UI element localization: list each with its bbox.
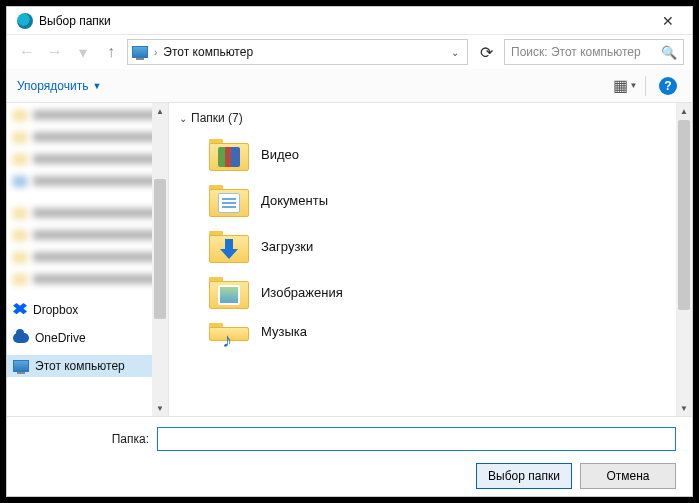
footer-buttons: Выбор папки Отмена bbox=[19, 463, 680, 489]
sidebar-item-this-pc[interactable]: Этот компьютер bbox=[7, 355, 168, 377]
sidebar: Dropbox OneDrive Этот компьютер ▲ ▼ bbox=[7, 103, 169, 416]
refresh-button[interactable]: ⟳ bbox=[472, 39, 500, 65]
folder-video-icon bbox=[209, 137, 249, 171]
refresh-icon: ⟳ bbox=[480, 43, 493, 62]
dialog-window: Выбор папки ✕ ← → ▾ ↑ › Этот компьютер ⌄… bbox=[6, 6, 693, 497]
app-icon bbox=[17, 13, 33, 29]
chevron-down-icon: ▼ bbox=[92, 81, 101, 91]
view-grid-icon: ▦ bbox=[613, 76, 628, 95]
address-text: Этот компьютер bbox=[163, 45, 441, 59]
sidebar-item-dropbox[interactable]: Dropbox bbox=[7, 299, 168, 321]
folder-label: Загрузки bbox=[261, 239, 313, 254]
sidebar-item-label: Этот компьютер bbox=[35, 359, 125, 373]
file-list: ⌄ Папки (7) Видео Документы Загрузки bbox=[169, 103, 692, 416]
arrow-right-icon: → bbox=[47, 43, 63, 61]
folder-item-documents[interactable]: Документы bbox=[179, 177, 686, 223]
sidebar-item-label: Dropbox bbox=[33, 303, 78, 317]
breadcrumb-sep: › bbox=[154, 47, 157, 58]
scroll-up-icon[interactable]: ▲ bbox=[676, 103, 692, 119]
up-button[interactable]: ↑ bbox=[99, 40, 123, 64]
address-dropdown-icon[interactable]: ⌄ bbox=[447, 47, 463, 58]
chevron-down-icon: ▼ bbox=[630, 81, 638, 90]
search-input[interactable] bbox=[511, 45, 655, 59]
back-button[interactable]: ← bbox=[15, 40, 39, 64]
organize-label: Упорядочить bbox=[17, 79, 88, 93]
folder-label: Документы bbox=[261, 193, 328, 208]
sidebar-item-onedrive[interactable]: OneDrive bbox=[7, 327, 168, 349]
onedrive-icon bbox=[13, 333, 29, 343]
titlebar: Выбор папки ✕ bbox=[7, 7, 692, 35]
sidebar-scrollbar[interactable]: ▲ ▼ bbox=[152, 103, 168, 416]
scroll-down-icon[interactable]: ▼ bbox=[676, 400, 692, 416]
address-bar[interactable]: › Этот компьютер ⌄ bbox=[127, 39, 468, 65]
folder-downloads-icon bbox=[209, 229, 249, 263]
folder-documents-icon bbox=[209, 183, 249, 217]
search-box[interactable]: 🔍 bbox=[504, 39, 684, 65]
folder-label: Музыка bbox=[261, 324, 307, 339]
recent-dropdown[interactable]: ▾ bbox=[71, 40, 95, 64]
pc-icon bbox=[13, 360, 29, 372]
toolbar: Упорядочить ▼ ▦ ▼ ? bbox=[7, 69, 692, 103]
scroll-thumb[interactable] bbox=[678, 120, 690, 310]
folder-item-pictures[interactable]: Изображения bbox=[179, 269, 686, 315]
main-scrollbar[interactable]: ▲ ▼ bbox=[676, 103, 692, 416]
forward-button[interactable]: → bbox=[43, 40, 67, 64]
dropbox-icon bbox=[13, 303, 27, 317]
sidebar-item-label: OneDrive bbox=[35, 331, 86, 345]
help-icon: ? bbox=[659, 77, 677, 95]
search-icon: 🔍 bbox=[661, 45, 677, 60]
group-label: Папки (7) bbox=[191, 111, 243, 125]
folder-pictures-icon bbox=[209, 275, 249, 309]
nav-row: ← → ▾ ↑ › Этот компьютер ⌄ ⟳ 🔍 bbox=[7, 35, 692, 69]
close-button[interactable]: ✕ bbox=[648, 7, 688, 35]
select-folder-button[interactable]: Выбор папки bbox=[476, 463, 572, 489]
sidebar-blurred-items bbox=[7, 105, 168, 289]
pc-icon bbox=[132, 46, 148, 58]
folder-item-downloads[interactable]: Загрузки bbox=[179, 223, 686, 269]
cancel-button[interactable]: Отмена bbox=[580, 463, 676, 489]
chevron-down-icon: ⌄ bbox=[179, 113, 187, 124]
divider bbox=[645, 76, 646, 96]
scroll-thumb[interactable] bbox=[154, 179, 166, 319]
window-title: Выбор папки bbox=[39, 14, 111, 28]
help-button[interactable]: ? bbox=[654, 74, 682, 98]
scroll-down-icon[interactable]: ▼ bbox=[152, 400, 168, 416]
folder-item-music[interactable]: Музыка bbox=[179, 315, 686, 341]
arrow-up-icon: ↑ bbox=[107, 43, 115, 61]
group-header-folders[interactable]: ⌄ Папки (7) bbox=[179, 111, 686, 125]
body: Dropbox OneDrive Этот компьютер ▲ ▼ ⌄ bbox=[7, 103, 692, 416]
close-icon: ✕ bbox=[662, 13, 674, 29]
folder-music-icon bbox=[209, 321, 249, 341]
organize-button[interactable]: Упорядочить ▼ bbox=[17, 79, 101, 93]
chevron-down-icon: ▾ bbox=[79, 43, 87, 62]
folder-path-input[interactable] bbox=[157, 427, 676, 451]
view-options-button[interactable]: ▦ ▼ bbox=[611, 74, 639, 98]
folder-label: Изображения bbox=[261, 285, 343, 300]
folder-item-video[interactable]: Видео bbox=[179, 131, 686, 177]
arrow-left-icon: ← bbox=[19, 43, 35, 61]
dialog-footer: Папка: Выбор папки Отмена bbox=[7, 416, 692, 499]
folder-field-label: Папка: bbox=[19, 432, 149, 446]
folder-label: Видео bbox=[261, 147, 299, 162]
folder-path-row: Папка: bbox=[19, 427, 680, 451]
scroll-up-icon[interactable]: ▲ bbox=[152, 103, 168, 119]
